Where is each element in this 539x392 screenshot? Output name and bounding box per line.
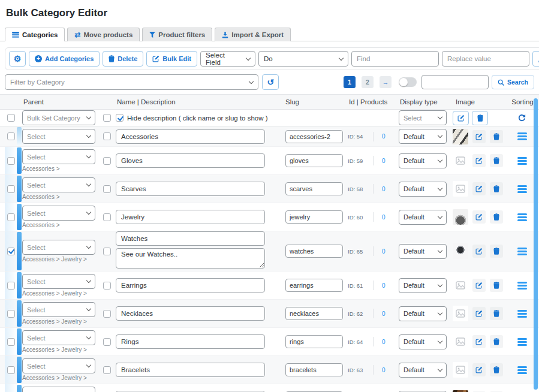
name-checkbox[interactable] bbox=[103, 157, 111, 165]
products-count-link[interactable]: 0 bbox=[382, 158, 386, 164]
products-count-link[interactable]: 0 bbox=[382, 339, 386, 345]
edit-image-button[interactable] bbox=[472, 335, 486, 348]
parent-select[interactable]: Select bbox=[22, 240, 95, 255]
row-checkbox[interactable] bbox=[7, 338, 15, 346]
filter-by-category-dropdown[interactable]: Filter by Category bbox=[5, 74, 258, 90]
products-count-link[interactable]: 0 bbox=[382, 214, 386, 221]
replace-value-input[interactable] bbox=[442, 51, 529, 67]
display-type-select[interactable]: Default bbox=[399, 129, 447, 144]
drag-handle[interactable] bbox=[517, 248, 527, 255]
category-image-thumbnail[interactable] bbox=[453, 129, 468, 144]
bulk-display-type-select[interactable]: Select bbox=[399, 110, 447, 125]
slug-input[interactable] bbox=[285, 182, 343, 195]
bulk-set-category-select[interactable]: Bulk Set Category bbox=[22, 110, 95, 125]
edit-image-button[interactable] bbox=[472, 279, 486, 292]
delete-image-button[interactable] bbox=[490, 279, 503, 292]
row-checkbox[interactable] bbox=[7, 157, 15, 165]
find-input[interactable] bbox=[351, 51, 439, 67]
row-checkbox[interactable] bbox=[7, 282, 15, 290]
category-image-thumbnail[interactable] bbox=[453, 243, 468, 259]
products-count-link[interactable]: 0 bbox=[382, 133, 386, 140]
row-checkbox[interactable] bbox=[7, 132, 15, 140]
display-type-select[interactable]: Default bbox=[399, 153, 447, 168]
category-image-thumbnail[interactable] bbox=[453, 306, 468, 321]
tab-categories[interactable]: Categories bbox=[5, 28, 65, 41]
drag-handle[interactable] bbox=[517, 366, 527, 374]
drag-handle[interactable] bbox=[517, 213, 527, 221]
edit-image-button[interactable] bbox=[472, 307, 486, 320]
parent-select[interactable]: Select bbox=[22, 149, 95, 164]
delete-image-button[interactable] bbox=[490, 245, 503, 258]
display-type-select[interactable]: Default bbox=[399, 182, 447, 197]
display-type-select[interactable]: Default bbox=[399, 306, 447, 321]
bulk-delete-image-button[interactable] bbox=[472, 111, 488, 125]
category-image-thumbnail[interactable] bbox=[453, 278, 468, 293]
name-input[interactable] bbox=[116, 153, 265, 168]
name-checkbox[interactable] bbox=[103, 282, 111, 290]
tab-move-products[interactable]: ⇄ Move products bbox=[67, 28, 140, 41]
delete-image-button[interactable] bbox=[490, 307, 503, 320]
bulk-edit-button[interactable]: Bulk Edit bbox=[146, 51, 197, 67]
name-checkbox[interactable] bbox=[103, 248, 111, 255]
name-checkbox[interactable] bbox=[103, 132, 111, 140]
name-input[interactable] bbox=[116, 334, 265, 349]
products-count-link[interactable]: 0 bbox=[382, 367, 386, 373]
slug-input[interactable] bbox=[285, 279, 343, 292]
name-input[interactable] bbox=[116, 231, 265, 246]
edit-image-button[interactable] bbox=[472, 363, 486, 376]
select-field-dropdown[interactable]: Select Field bbox=[200, 51, 255, 67]
row-checkbox[interactable] bbox=[7, 366, 15, 374]
view-toggle[interactable] bbox=[399, 77, 417, 87]
hide-description-option[interactable]: Hide description ( click name or slug to… bbox=[116, 114, 282, 122]
edit-image-button[interactable] bbox=[472, 130, 486, 143]
display-type-select[interactable]: Default bbox=[399, 244, 447, 259]
delete-button[interactable]: Delete bbox=[103, 51, 143, 67]
parent-select[interactable]: Select bbox=[22, 330, 95, 345]
row-checkbox[interactable] bbox=[7, 213, 15, 221]
slug-input[interactable] bbox=[285, 335, 343, 348]
edit-image-button[interactable] bbox=[472, 245, 486, 258]
search-button[interactable]: Search bbox=[492, 75, 534, 89]
bulk-name-checkbox[interactable] bbox=[103, 114, 111, 122]
products-count-link[interactable]: 0 bbox=[382, 282, 386, 289]
products-count-link[interactable]: 0 bbox=[382, 310, 386, 317]
row-checkbox[interactable] bbox=[7, 248, 15, 255]
category-image-thumbnail[interactable] bbox=[453, 181, 468, 197]
name-checkbox[interactable] bbox=[103, 310, 111, 318]
parent-select[interactable]: Select bbox=[22, 206, 95, 221]
name-input[interactable] bbox=[116, 363, 265, 377]
slug-input[interactable] bbox=[285, 154, 343, 167]
search-input[interactable] bbox=[421, 75, 489, 89]
name-input[interactable] bbox=[116, 278, 265, 293]
delete-image-button[interactable] bbox=[490, 335, 503, 348]
do-dropdown[interactable]: Do bbox=[258, 51, 348, 67]
slug-input[interactable] bbox=[285, 210, 343, 224]
description-textarea[interactable] bbox=[116, 248, 265, 269]
category-image-thumbnail[interactable] bbox=[453, 334, 468, 349]
display-type-select[interactable]: Default bbox=[399, 363, 447, 378]
drag-handle[interactable] bbox=[517, 132, 527, 140]
category-image-thumbnail[interactable] bbox=[453, 153, 468, 168]
slug-input[interactable] bbox=[285, 245, 343, 258]
name-checkbox[interactable] bbox=[103, 338, 111, 346]
drag-handle[interactable] bbox=[517, 157, 527, 165]
parent-select[interactable]: Select bbox=[22, 358, 95, 373]
row-checkbox[interactable] bbox=[7, 310, 15, 318]
slug-input[interactable] bbox=[285, 307, 343, 320]
products-count-link[interactable]: 0 bbox=[382, 248, 386, 255]
name-input[interactable] bbox=[116, 129, 265, 144]
pagination-page-2[interactable]: 2 bbox=[362, 76, 374, 88]
do-edits-button[interactable]: Do Edits bbox=[532, 51, 539, 67]
edit-image-button[interactable] bbox=[472, 182, 486, 195]
name-checkbox[interactable] bbox=[103, 366, 111, 374]
name-checkbox[interactable] bbox=[103, 213, 111, 221]
parent-select[interactable]: Select bbox=[22, 129, 95, 144]
category-image-thumbnail[interactable] bbox=[453, 362, 468, 378]
bulk-edit-image-button[interactable] bbox=[453, 111, 469, 125]
parent-select[interactable]: Select bbox=[22, 274, 95, 289]
edit-image-button[interactable] bbox=[472, 210, 486, 224]
name-input[interactable] bbox=[116, 210, 265, 224]
delete-image-button[interactable] bbox=[490, 130, 503, 143]
name-input[interactable] bbox=[116, 306, 265, 321]
drag-handle[interactable] bbox=[517, 338, 527, 346]
